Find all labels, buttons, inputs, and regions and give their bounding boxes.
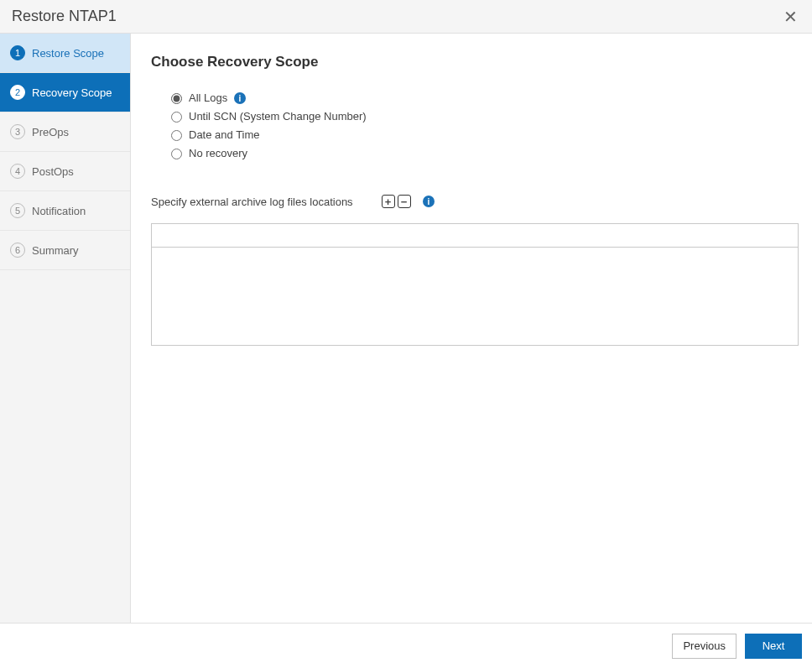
radio-label-date-time: Date and Time: [189, 126, 260, 144]
step-summary[interactable]: 6 Summary: [0, 231, 130, 270]
radio-no-recovery[interactable]: [171, 149, 182, 159]
remove-location-button[interactable]: [398, 195, 411, 208]
radio-label-all-logs: All Logs: [189, 89, 227, 107]
main-panel: Choose Recovery Scope All Logs i Until S…: [131, 34, 812, 668]
recovery-options-group: All Logs i Until SCN (System Change Numb…: [171, 89, 800, 163]
next-button[interactable]: Next: [745, 634, 802, 659]
radio-until-scn[interactable]: [171, 112, 182, 123]
step-number: 2: [10, 85, 25, 100]
wizard-sidebar: 1 Restore Scope 2 Recovery Scope 3 PreOp…: [0, 34, 131, 668]
external-locations-label: Specify external archive log files locat…: [151, 196, 353, 208]
step-label: PreOps: [32, 126, 69, 138]
step-number: 6: [10, 243, 25, 258]
svg-text:i: i: [239, 94, 242, 103]
window-title: Restore NTAP1: [12, 8, 117, 25]
radio-date-time[interactable]: [171, 130, 182, 141]
close-icon: ✕: [783, 7, 798, 27]
step-number: 3: [10, 124, 25, 139]
step-label: Summary: [32, 244, 79, 257]
step-number: 4: [10, 164, 25, 179]
previous-button[interactable]: Previous: [672, 634, 737, 659]
svg-text:i: i: [427, 197, 429, 206]
step-label: Notification: [32, 205, 86, 217]
radio-all-logs[interactable]: [171, 93, 182, 104]
external-locations-box: [151, 223, 799, 346]
step-number: 1: [10, 45, 25, 60]
info-icon[interactable]: i: [423, 196, 435, 207]
info-icon[interactable]: i: [234, 92, 246, 104]
step-label: PostOps: [32, 165, 74, 178]
radio-label-until-scn: Until SCN (System Change Number): [189, 107, 367, 126]
step-notification[interactable]: 5 Notification: [0, 191, 130, 231]
step-recovery-scope[interactable]: 2 Recovery Scope: [0, 73, 130, 112]
page-title: Choose Recovery Scope: [151, 54, 800, 70]
step-label: Recovery Scope: [32, 86, 112, 99]
step-restore-scope[interactable]: 1 Restore Scope: [0, 34, 130, 73]
add-location-button[interactable]: [382, 195, 395, 208]
footer-bar: Previous Next: [0, 623, 812, 668]
step-label: Restore Scope: [32, 47, 104, 60]
step-preops[interactable]: 3 PreOps: [0, 112, 130, 152]
title-bar: Restore NTAP1 ✕: [0, 0, 812, 34]
radio-label-no-recovery: No recovery: [189, 144, 247, 163]
close-button[interactable]: ✕: [780, 7, 800, 27]
external-location-input[interactable]: [152, 224, 798, 247]
step-number: 5: [10, 203, 25, 218]
step-postops[interactable]: 4 PostOps: [0, 152, 130, 191]
